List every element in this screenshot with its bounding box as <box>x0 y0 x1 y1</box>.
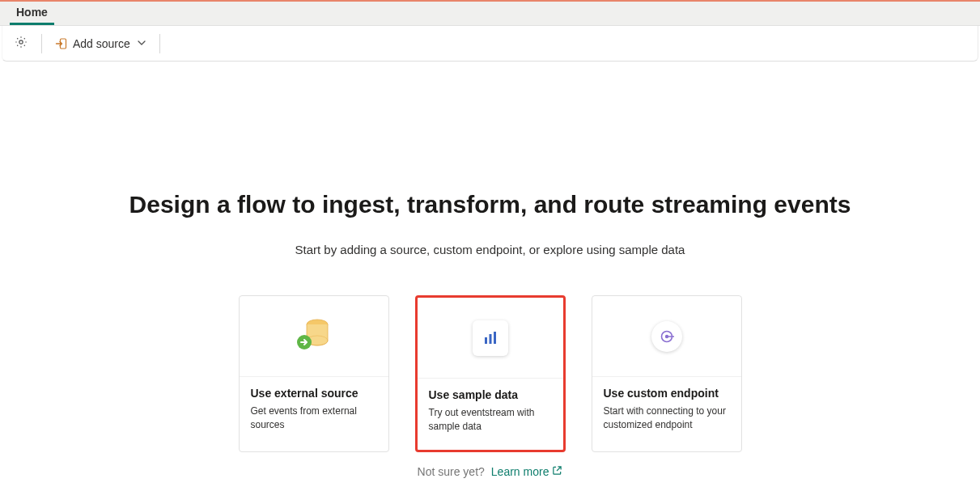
card-use-custom-endpoint[interactable]: Use custom endpoint Start with connectin… <box>592 295 742 452</box>
page-title: Design a flow to ingest, transform, and … <box>0 191 980 218</box>
card-body: Use sample data Try out eventstream with… <box>418 379 563 443</box>
add-source-label: Add source <box>73 37 130 50</box>
card-description: Try out eventstream with sample data <box>429 406 552 434</box>
card-use-external-source[interactable]: Use external source Get events from exte… <box>239 295 389 452</box>
learn-more-label: Learn more <box>491 465 549 478</box>
page-subtitle: Start by adding a source, custom endpoin… <box>0 243 980 256</box>
tab-bar: Home <box>0 2 980 26</box>
card-use-sample-data[interactable]: Use sample data Try out eventstream with… <box>415 295 566 452</box>
card-title: Use sample data <box>429 388 552 401</box>
not-sure-label: Not sure yet? <box>418 465 485 478</box>
add-source-icon <box>55 37 68 50</box>
card-icon-area <box>592 296 741 377</box>
footer-help: Not sure yet? Learn more <box>0 465 980 478</box>
card-title: Use external source <box>251 387 377 400</box>
card-row: Use external source Get events from exte… <box>0 295 980 452</box>
svg-rect-7 <box>494 332 496 344</box>
external-link-icon <box>552 465 562 478</box>
card-body: Use external source Get events from exte… <box>240 377 388 442</box>
svg-rect-6 <box>489 334 491 344</box>
hero-content: Design a flow to ingest, transform, and … <box>0 61 980 478</box>
chevron-down-icon <box>137 37 146 50</box>
card-body: Use custom endpoint Start with connectin… <box>592 377 741 442</box>
learn-more-link[interactable]: Learn more <box>491 465 563 478</box>
ribbon-divider-2 <box>159 34 160 53</box>
card-description: Get events from external sources <box>251 404 377 432</box>
card-icon-area <box>240 296 388 377</box>
sample-data-icon <box>473 320 508 356</box>
custom-endpoint-icon <box>651 321 682 352</box>
gear-icon <box>14 35 28 53</box>
card-icon-area <box>418 298 563 379</box>
settings-button[interactable] <box>9 32 33 56</box>
card-description: Start with connecting to your customized… <box>604 404 730 432</box>
card-title: Use custom endpoint <box>604 387 730 400</box>
add-source-button[interactable]: Add source <box>50 34 151 53</box>
svg-rect-5 <box>485 337 487 344</box>
ribbon: Add source <box>2 26 978 61</box>
svg-point-9 <box>664 334 668 337</box>
tab-home[interactable]: Home <box>10 2 54 25</box>
svg-point-0 <box>19 40 23 43</box>
ribbon-divider <box>41 34 42 53</box>
external-source-icon <box>291 315 337 358</box>
